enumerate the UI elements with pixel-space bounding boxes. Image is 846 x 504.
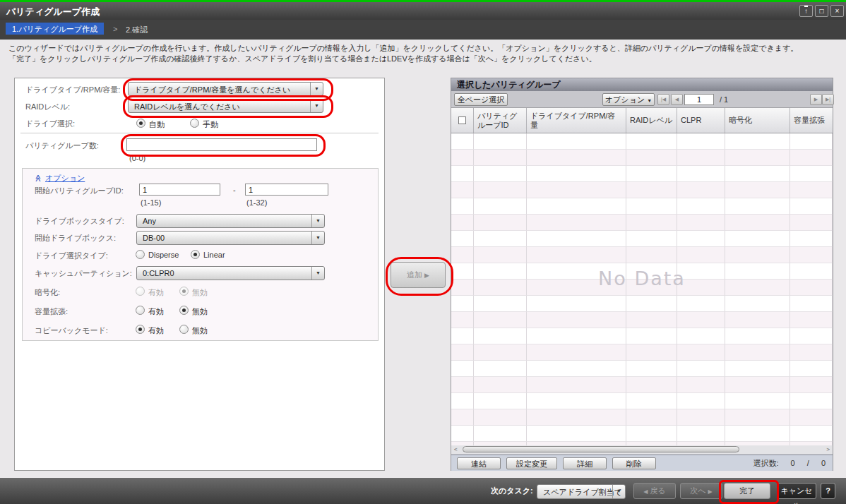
table-options-button[interactable]: オプション ▼	[602, 93, 655, 106]
table-cell	[474, 344, 527, 361]
add-button[interactable]: 追加 ▶	[391, 262, 446, 288]
table-cell	[527, 231, 626, 247]
table-cell	[474, 215, 527, 231]
first-page-icon[interactable]: |◀	[657, 94, 669, 105]
raid-level-dropdown[interactable]: RAIDレベルを選んでください ▼	[128, 99, 323, 113]
change-settings-button[interactable]: 設定変更	[506, 457, 557, 469]
table-row	[451, 296, 833, 312]
drive-select-auto-radio[interactable]	[136, 119, 145, 128]
table-cell	[626, 296, 677, 312]
detail-button[interactable]: 詳細	[563, 457, 607, 469]
table-cell	[725, 150, 790, 166]
drive-box-type-label: ドライブボックスタイプ:	[35, 216, 124, 227]
drive-box-type-dropdown[interactable]: Any ▼	[136, 214, 325, 228]
table-cell	[626, 215, 677, 231]
next-task-dropdown[interactable]: スペアドライブ割当て ▼	[537, 484, 626, 499]
scroll-left-icon[interactable]: <	[454, 445, 458, 454]
options-link[interactable]: オプション	[45, 173, 85, 184]
copyback-enabled-radio[interactable]	[136, 325, 145, 334]
selected-parity-groups-title: 選択したパリティグループ	[451, 78, 833, 91]
table-cell	[527, 328, 626, 344]
scroll-right-icon[interactable]: >	[826, 445, 830, 454]
table-options-label: オプション	[605, 95, 645, 104]
copyback-disabled-radio[interactable]	[179, 325, 189, 334]
table-cell	[725, 166, 790, 182]
table-cell	[451, 150, 474, 166]
page-number-input[interactable]	[684, 94, 714, 105]
capacity-expansion-enabled-radio[interactable]	[136, 306, 145, 315]
scrollbar-thumb[interactable]	[463, 446, 739, 452]
checkbox-icon[interactable]	[458, 116, 466, 124]
last-page-icon[interactable]: ▶|	[822, 94, 834, 105]
delete-button[interactable]: 削除	[612, 457, 656, 469]
raid-level-value: RAIDレベルを選んでください	[134, 102, 240, 112]
next-page-icon[interactable]: ▶	[810, 94, 822, 105]
cache-partition-dropdown[interactable]: 0:CLPR0 ▼	[136, 266, 325, 280]
table-row	[451, 361, 833, 377]
table-cell	[626, 361, 677, 377]
prev-page-icon[interactable]: ◀	[671, 94, 683, 105]
table-cell	[725, 361, 790, 377]
column-header-raid-level[interactable]: RAIDレベル	[626, 108, 677, 133]
table-cell	[725, 328, 790, 344]
encryption-enabled-label: 有効	[148, 287, 164, 298]
selection-count: 選択数: 0 / 0	[753, 458, 826, 469]
horizontal-scrollbar[interactable]: < >	[451, 445, 833, 455]
column-header-clpr[interactable]: CLPR	[677, 108, 725, 133]
table-body: No Data	[451, 133, 833, 445]
finish-button[interactable]: 完了	[724, 483, 770, 499]
no-data-watermark: No Data	[451, 268, 833, 289]
drive-type-value: ドライブタイプ/RPM/容量を選んでください	[134, 85, 290, 95]
rollup-icon[interactable]: ↑	[799, 5, 813, 17]
table-row	[451, 231, 833, 247]
wizard-step-separator: >	[113, 25, 117, 33]
concatenate-button[interactable]: 連結	[457, 457, 501, 469]
table-cell	[527, 215, 626, 231]
disperse-radio[interactable]	[136, 250, 145, 259]
help-button[interactable]: ?	[821, 483, 835, 499]
drive-select-manual-radio[interactable]	[190, 119, 199, 128]
parity-group-form-panel: ドライブタイプ/RPM/容量: ドライブタイプ/RPM/容量を選んでください ▼…	[14, 78, 385, 471]
pg-count-input[interactable]	[126, 138, 317, 151]
table-cell	[451, 247, 474, 263]
column-header-capacity-expansion[interactable]: 容量拡張	[790, 108, 833, 133]
collapse-chevron-icon[interactable]: ≫	[34, 174, 42, 181]
linear-radio[interactable]	[191, 250, 200, 259]
table-cell	[527, 150, 626, 166]
drive-select-type-label: ドライブ選択タイプ:	[35, 251, 108, 261]
drive-box-type-value: Any	[143, 217, 156, 225]
table-cell	[677, 231, 725, 247]
table-cell	[474, 312, 527, 328]
selection-count-label: 選択数:	[753, 459, 778, 467]
table-row	[451, 133, 833, 150]
page-total-label: / 1	[720, 95, 728, 104]
drive-type-dropdown[interactable]: ドライブタイプ/RPM/容量を選んでください ▼	[128, 82, 323, 96]
maximize-icon[interactable]: □	[815, 5, 828, 17]
table-cell	[626, 133, 677, 150]
table-cell	[626, 426, 677, 442]
close-icon[interactable]: ×	[830, 5, 844, 17]
table-cell	[474, 150, 527, 166]
table-cell	[725, 377, 790, 393]
table-cell	[451, 377, 474, 393]
column-header-encryption[interactable]: 暗号化	[725, 108, 790, 133]
start-drive-box-dropdown[interactable]: DB-00 ▼	[136, 231, 325, 245]
start-pg-id-from-input[interactable]	[139, 184, 220, 196]
table-cell	[790, 312, 833, 328]
divider	[20, 133, 379, 133]
next-task-value: スペアドライブ割当て	[543, 487, 622, 498]
column-header-parity-group-id[interactable]: パリティグループID	[474, 108, 527, 133]
table-cell	[451, 182, 474, 198]
chevron-down-icon: ▼	[311, 215, 324, 227]
table-row	[451, 409, 833, 426]
start-pg-id-to-input[interactable]	[245, 184, 328, 196]
capacity-expansion-disabled-radio[interactable]	[179, 306, 189, 315]
column-header-drive-type[interactable]: ドライブタイプ/RPM/容量	[527, 108, 626, 133]
table-cell	[626, 231, 677, 247]
start-pg-id-to-range: (1-32)	[246, 198, 267, 207]
select-all-checkbox[interactable]	[451, 108, 474, 133]
select-all-pages-button[interactable]: 全ページ選択	[454, 93, 508, 106]
table-cell	[451, 296, 474, 312]
cancel-button[interactable]: キャンセル	[777, 483, 816, 499]
table-row	[451, 377, 833, 393]
